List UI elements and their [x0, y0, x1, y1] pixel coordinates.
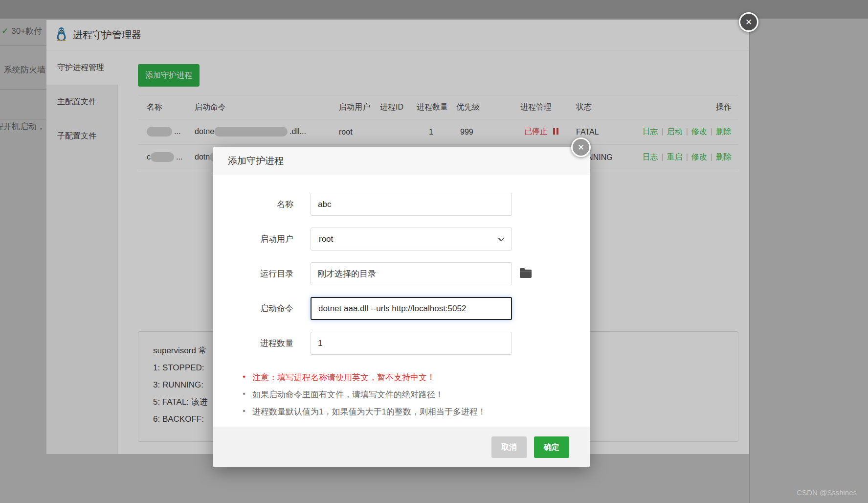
- note-english-only: • 注意：填写进程名称请使用英文，暂不支持中文！: [252, 372, 435, 384]
- chevron-down-icon: [498, 234, 505, 244]
- folder-icon: [519, 273, 532, 280]
- dir-input[interactable]: [311, 262, 512, 285]
- watermark: CSDN @Ssshines: [797, 488, 857, 497]
- field-row-count: 进程数量: [213, 332, 590, 355]
- count-input[interactable]: [311, 332, 512, 355]
- user-select[interactable]: root: [311, 228, 512, 251]
- field-row-dir: 运行目录: [213, 262, 590, 285]
- cancel-button[interactable]: 取消: [491, 436, 527, 458]
- command-input[interactable]: [311, 297, 512, 320]
- note-multi-process: • 进程数量默认值为1，如果值为大于1的整数，则相当于多进程！: [252, 406, 486, 418]
- dialog-close-icon[interactable]: ✕: [571, 137, 591, 157]
- confirm-button[interactable]: 确定: [534, 436, 569, 458]
- dir-label: 运行目录: [228, 262, 293, 285]
- field-row-user: 启动用户 root: [213, 228, 590, 251]
- name-label: 名称: [228, 193, 293, 216]
- count-label: 进程数量: [228, 332, 293, 355]
- field-row-command: 启动命令: [213, 297, 590, 320]
- add-daemon-dialog: 添加守护进程 名称 启动用户 root 运行目录 启动命令: [213, 147, 590, 467]
- bullet-icon: •: [243, 372, 245, 382]
- folder-picker-button[interactable]: [519, 267, 533, 280]
- dialog-footer: 取消 确定: [213, 427, 590, 467]
- name-input[interactable]: [311, 193, 512, 216]
- dialog-title: 添加守护进程: [213, 147, 590, 175]
- note-absolute-path: • 如果启动命令里面有文件，请填写文件的绝对路径！: [252, 389, 444, 401]
- command-label: 启动命令: [228, 297, 293, 320]
- field-row-name: 名称: [213, 193, 590, 216]
- bullet-icon: •: [243, 406, 245, 416]
- window-close-icon[interactable]: ✕: [739, 12, 758, 32]
- screen: ✓30+款付 系统防火墙 程开机启动， 进程守护管理器: [0, 0, 868, 503]
- user-label: 启动用户: [228, 228, 293, 251]
- bullet-icon: •: [243, 389, 245, 399]
